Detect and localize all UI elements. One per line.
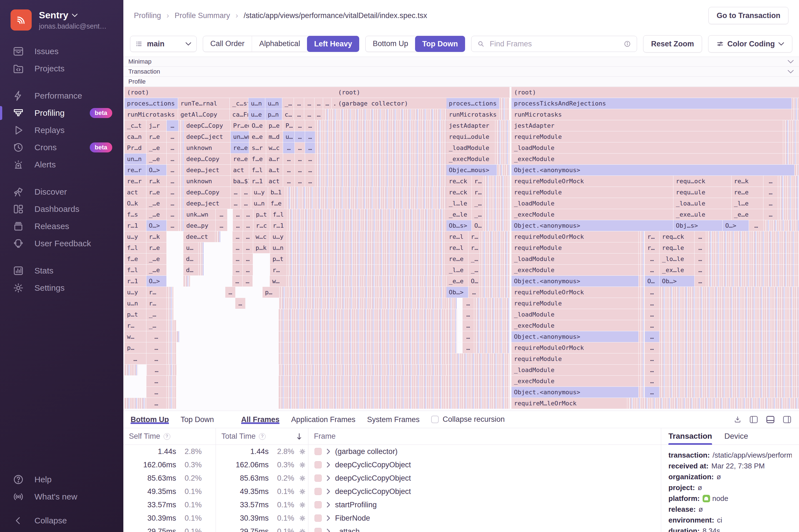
frame-settings-gear-icon[interactable]	[299, 461, 306, 469]
tab-top-down[interactable]: Top Down	[181, 415, 214, 424]
flame-frame[interactable]: d…	[183, 265, 198, 276]
flame-frame[interactable]: re…ck	[446, 187, 472, 198]
table-row[interactable]: 162.06ms0.3%	[216, 458, 308, 472]
flame-frame[interactable]: _lo…le	[659, 253, 694, 264]
flame-frame[interactable]: _l…e	[446, 265, 468, 276]
color-coding-button[interactable]: Color Coding	[708, 35, 792, 53]
flame-frame[interactable]: …	[468, 287, 480, 298]
flame-frame[interactable]: requireModule	[512, 187, 673, 198]
flame-frame[interactable]: act	[125, 187, 146, 198]
flame-frame[interactable]: …	[146, 342, 166, 353]
flame-frame[interactable]: …	[283, 176, 295, 187]
flame-frame[interactable]: f…l	[125, 265, 146, 276]
flame-frame[interactable]: _…e	[146, 253, 166, 264]
transaction-section-header[interactable]: Transaction	[123, 66, 799, 77]
flame-frame[interactable]: _execModule	[512, 265, 638, 276]
flame-frame[interactable]: dee…ct	[183, 231, 215, 242]
flame-frame[interactable]: …	[645, 376, 659, 386]
flame-frame[interactable]: …	[167, 142, 178, 153]
table-row[interactable]: 85.63ms0.2%	[216, 472, 308, 485]
frame-row[interactable]: (garbage collector)	[309, 445, 661, 458]
flame-frame[interactable]: p…k	[253, 242, 270, 253]
flame-frame[interactable]: …	[763, 209, 778, 220]
minimap-section-header[interactable]: Minimap	[123, 57, 799, 66]
table-row[interactable]: 1.44s2.8%	[123, 445, 216, 458]
flame-frame[interactable]: O…>	[146, 276, 166, 287]
flame-frame[interactable]: r…1	[249, 176, 266, 187]
flame-frame[interactable]: …	[233, 209, 243, 220]
chevron-right-icon[interactable]	[326, 462, 331, 468]
flame-frame[interactable]: requi…odule	[446, 131, 495, 142]
flame-frame[interactable]: _…	[146, 320, 166, 331]
flame-frame[interactable]: …	[645, 298, 659, 309]
flame-frame[interactable]: r…e	[146, 131, 166, 142]
flame-frame[interactable]: u…y	[251, 187, 268, 198]
table-row[interactable]: 33.57ms0.1%	[216, 498, 308, 511]
flame-frame[interactable]: u…n	[125, 298, 146, 309]
frame-row[interactable]: deepCyclicCopyObject	[309, 458, 661, 472]
flame-frame[interactable]: O…	[468, 276, 480, 287]
flame-frame[interactable]: …	[167, 220, 178, 231]
flame-frame[interactable]: e…e	[249, 131, 266, 142]
flame-frame[interactable]: _…	[468, 253, 480, 264]
flame-frame[interactable]: (root)	[512, 87, 799, 98]
flame-frame[interactable]: _e…e	[446, 276, 468, 287]
frame-row[interactable]: FiberNode	[309, 511, 661, 525]
collapse-recursion-checkbox[interactable]	[431, 416, 439, 423]
flame-frame[interactable]: u…n	[251, 198, 268, 209]
flame-frame[interactable]: un…wn	[230, 131, 249, 142]
flame-frame[interactable]: re…l	[446, 231, 468, 242]
flame-frame[interactable]: r…k	[146, 176, 166, 187]
flame-frame[interactable]: _…e	[146, 209, 166, 220]
flame-frame[interactable]: …	[645, 265, 659, 276]
flame-frame[interactable]: O…>	[146, 220, 166, 231]
frame-settings-gear-icon[interactable]	[299, 528, 306, 532]
flame-frame[interactable]: _…	[472, 209, 483, 220]
flame-frame[interactable]: _loadModule	[512, 365, 638, 375]
flame-frame[interactable]: …	[241, 198, 251, 209]
flame-frame[interactable]: deep…Copy	[184, 154, 230, 164]
flame-frame[interactable]: …	[645, 287, 659, 298]
flame-frame[interactable]: …	[694, 265, 706, 276]
flame-frame[interactable]: s…r	[249, 142, 266, 153]
flame-frame[interactable]: requireModule	[512, 354, 638, 364]
chevron-right-icon[interactable]	[326, 515, 331, 521]
sidebar-item-replays[interactable]: Replays	[0, 121, 123, 139]
flame-frame[interactable]: re…er	[230, 142, 249, 153]
flame-frame[interactable]: …	[146, 398, 166, 409]
flame-frame[interactable]: …	[645, 387, 659, 398]
flame-frame[interactable]: jestAdapter	[446, 120, 495, 131]
flame-frame[interactable]: …	[167, 131, 178, 142]
table-row[interactable]: 29.75ms0.1%	[123, 525, 216, 532]
org-switcher[interactable]: Sentry jonas.badalic@sent…	[0, 0, 123, 31]
chevron-right-icon[interactable]	[326, 528, 331, 532]
flame-frame[interactable]: f…e	[125, 253, 146, 264]
flame-frame[interactable]: …	[295, 142, 305, 153]
flame-frame[interactable]: …	[233, 265, 243, 276]
flame-frame[interactable]: f…e	[268, 198, 285, 209]
flame-frame[interactable]: …	[232, 276, 242, 287]
flame-frame[interactable]: unknown	[184, 176, 230, 187]
flame-frame[interactable]: …	[167, 154, 178, 164]
flame-frame[interactable]: re…e	[731, 187, 763, 198]
sidebar-item-performance[interactable]: Performance	[0, 87, 123, 104]
flame-frame[interactable]: O…	[645, 276, 659, 287]
sidebar-item-dashboards[interactable]: Dashboards	[0, 201, 123, 218]
breadcrumb-profiling[interactable]: Profiling	[134, 12, 161, 20]
flame-frame[interactable]: c…	[282, 109, 294, 120]
flame-frame[interactable]: …	[305, 131, 315, 142]
flame-frame[interactable]: _…	[282, 98, 294, 109]
flame-frame[interactable]: …	[645, 354, 659, 364]
frame-row[interactable]: _attach	[309, 525, 661, 532]
flame-frame[interactable]: getAl…Copy	[178, 109, 230, 120]
flame-frame[interactable]: runMicrotasks	[446, 109, 500, 120]
flame-frame[interactable]: …	[294, 109, 304, 120]
frame-row[interactable]: deepCyclicCopyObject	[309, 485, 661, 498]
flame-frame[interactable]: _exe…ule	[673, 209, 731, 220]
flame-frame[interactable]: …	[283, 165, 295, 175]
flame-frame[interactable]: …	[295, 131, 305, 142]
flame-frame[interactable]: d…	[183, 253, 198, 264]
flame-frame[interactable]: requireModuleOrMock	[512, 342, 638, 353]
flame-frame[interactable]: p…	[125, 342, 146, 353]
flame-frame[interactable]: O…>	[146, 165, 166, 175]
